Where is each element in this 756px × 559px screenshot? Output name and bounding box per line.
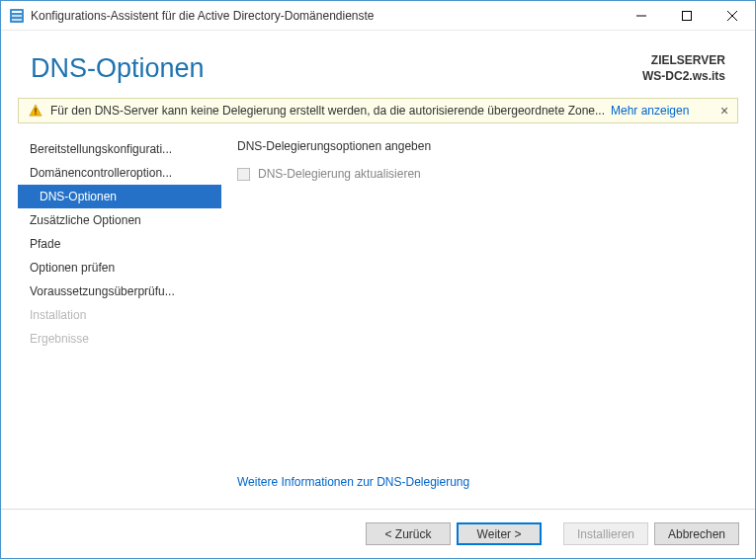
target-server-block: ZIELSERVER WS-DC2.ws.its [642,52,725,84]
main-content: DNS-Delegierungsoptionen angeben DNS-Del… [221,137,738,509]
step-results: Ergebnisse [18,327,221,351]
dns-delegation-checkbox [237,168,250,181]
section-heading: DNS-Delegierungsoptionen angeben [237,139,722,153]
warning-icon [29,104,42,118]
step-additional-options[interactable]: Zusätzliche Optionen [18,208,221,232]
dns-delegation-checkbox-row: DNS-Delegierung aktualisieren [237,167,722,181]
back-button[interactable]: < Zurück [366,522,451,545]
minimize-button[interactable] [619,1,664,30]
app-icon [9,8,25,24]
warning-banner: Für den DNS-Server kann keine Delegierun… [18,98,738,123]
more-info-link[interactable]: Weitere Informationen zur DNS-Delegierun… [237,475,722,507]
svg-rect-5 [683,11,692,20]
window-controls [619,1,755,30]
install-button: Installieren [563,522,648,545]
header-section: DNS-Optionen ZIELSERVER WS-DC2.ws.its [1,31,755,98]
step-paths[interactable]: Pfade [18,232,221,256]
page-title: DNS-Optionen [31,53,205,84]
svg-rect-2 [12,15,22,17]
maximize-button[interactable] [664,1,710,30]
target-server-name: WS-DC2.ws.its [642,68,725,84]
wizard-window: Konfigurations-Assistent für die Active … [0,0,756,559]
step-review-options[interactable]: Optionen prüfen [18,256,221,280]
warning-close-button[interactable]: × [715,103,733,119]
window-title: Konfigurations-Assistent für die Active … [31,9,619,23]
warning-show-more-link[interactable]: Mehr anzeigen [611,104,689,118]
svg-rect-1 [12,11,22,13]
next-button[interactable]: Weiter > [457,522,542,545]
step-deployment-config[interactable]: Bereitstellungskonfigurati... [18,137,221,161]
svg-rect-9 [35,109,36,113]
cancel-button[interactable]: Abbrechen [654,522,739,545]
svg-rect-10 [35,114,36,115]
step-dns-options[interactable]: DNS-Optionen [18,185,221,208]
body-columns: Bereitstellungskonfigurati... Domänencon… [1,123,755,509]
target-label: ZIELSERVER [642,52,725,68]
button-bar: < Zurück Weiter > Installieren Abbrechen [1,509,755,558]
dns-delegation-checkbox-label: DNS-Delegierung aktualisieren [258,167,421,181]
step-prereq-check[interactable]: Voraussetzungsüberprüfu... [18,280,221,303]
step-installation: Installation [18,303,221,327]
svg-rect-3 [12,19,22,21]
titlebar: Konfigurations-Assistent für die Active … [1,1,755,31]
step-dc-options[interactable]: Domänencontrolleroption... [18,161,221,185]
close-button[interactable] [710,1,755,30]
wizard-steps-sidebar: Bereitstellungskonfigurati... Domänencon… [18,137,221,509]
warning-text: Für den DNS-Server kann keine Delegierun… [50,104,605,118]
